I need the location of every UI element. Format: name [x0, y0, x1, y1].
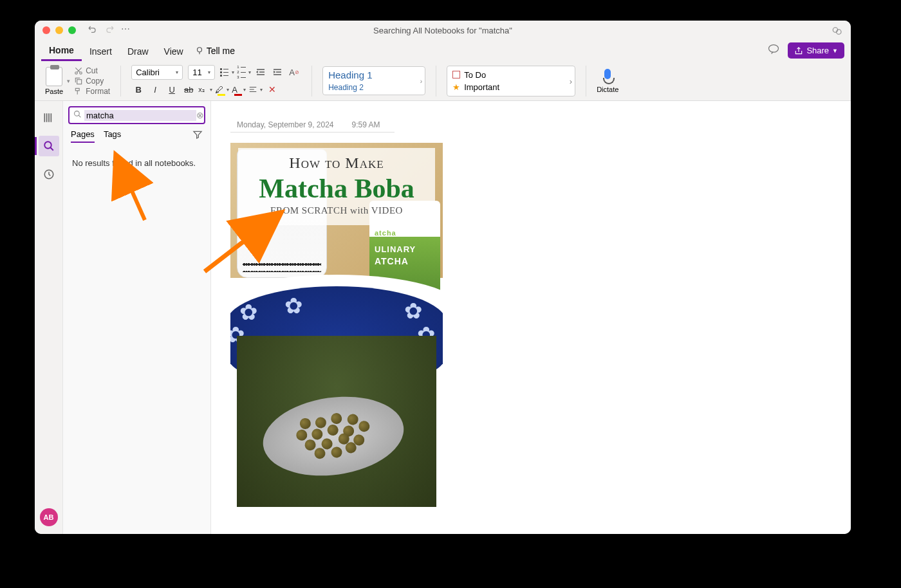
tags-expand-icon[interactable]: › [570, 75, 572, 87]
copy-button[interactable]: Copy [74, 77, 110, 86]
font-family-select[interactable]: Calibri▾ [131, 65, 183, 80]
paste-button[interactable]: Paste [41, 67, 67, 95]
filter-button[interactable] [192, 129, 203, 143]
bold-button[interactable]: B [131, 82, 145, 96]
user-avatar[interactable]: AB [40, 508, 58, 526]
maximize-button[interactable] [68, 26, 76, 34]
notebooks-button[interactable] [39, 107, 59, 128]
search-input[interactable] [84, 110, 196, 121]
svg-point-2 [197, 47, 201, 51]
no-results-message: No results found in all notebooks. [68, 143, 205, 183]
undo-button[interactable] [88, 24, 98, 37]
underline-button[interactable]: U [165, 82, 179, 96]
subscript-button[interactable]: x₂▾ [198, 82, 212, 96]
chevron-down-icon: ▼ [832, 48, 838, 54]
clipboard-icon [46, 67, 62, 86]
more-button[interactable]: ⋯ [121, 24, 130, 37]
ribbon-tabs: Home Insert Draw View Tell me Share ▼ [35, 40, 851, 61]
outdent-button[interactable] [254, 65, 268, 79]
align-button[interactable]: ▾ [248, 82, 263, 96]
svg-point-9 [75, 111, 80, 116]
dictate-button[interactable]: Dictate [597, 69, 618, 93]
page-time: 9:59 AM [352, 120, 380, 129]
minimize-button[interactable] [55, 26, 63, 34]
ribbon: Paste ▾ Cut Copy Format Calibri▾ 11▾ ▾ 1… [35, 61, 851, 101]
nav-rail: AB [35, 101, 63, 534]
search-nav-button[interactable] [39, 136, 59, 156]
font-size-select[interactable]: 11▾ [188, 65, 215, 80]
tab-insert[interactable]: Insert [82, 41, 120, 60]
tab-draw[interactable]: Draw [120, 41, 156, 60]
strikethrough-button[interactable]: ab [181, 82, 196, 96]
clear-search-button[interactable]: ⊗ [196, 110, 204, 120]
font-color-button[interactable]: A▾ [232, 82, 246, 96]
highlight-button[interactable]: 🖊▾ [215, 82, 229, 96]
delete-button[interactable]: ✕ [265, 82, 279, 96]
search-tab-tags[interactable]: Tags [104, 129, 121, 143]
star-icon: ★ [452, 82, 460, 92]
redo-button[interactable] [104, 24, 115, 37]
titlebar: ⋯ Searching All Notebooks for "matcha" [35, 21, 851, 40]
styles-gallery[interactable]: Heading 1 Heading 2 › [322, 66, 425, 95]
styles-expand-icon[interactable]: › [420, 77, 422, 84]
tell-me[interactable]: Tell me [195, 46, 235, 56]
close-button[interactable] [42, 26, 50, 34]
numbering-button[interactable]: 123▾ [237, 65, 251, 79]
tab-view[interactable]: View [156, 41, 191, 60]
indent-button[interactable] [270, 65, 284, 79]
svg-point-3 [769, 44, 779, 52]
feedback-icon[interactable] [767, 43, 780, 59]
microphone-icon [602, 69, 613, 84]
page-canvas[interactable]: Monday, September 9, 2024 9:59 AM atcha … [211, 101, 851, 534]
app-window: ⋯ Searching All Notebooks for "matcha" H… [35, 21, 851, 534]
page-meta: Monday, September 9, 2024 9:59 AM [230, 120, 395, 133]
image-text-overlay: How to Make Matcha Boba FROM SCRATCH wit… [238, 148, 435, 225]
checkbox-icon [452, 71, 460, 78]
bullets-button[interactable]: ▾ [220, 65, 234, 79]
search-icon [73, 109, 82, 121]
recent-button[interactable] [39, 164, 59, 185]
share-button[interactable]: Share ▼ [788, 42, 844, 59]
search-tab-pages[interactable]: Pages [71, 129, 95, 143]
search-box[interactable]: ⊗ [68, 106, 205, 124]
format-painter-button[interactable]: Format [74, 87, 110, 96]
embedded-image[interactable]: atcha ULINARY ATCHA [230, 143, 443, 507]
clear-formatting-button[interactable]: A⊘ [287, 65, 301, 79]
page-date: Monday, September 9, 2024 [237, 120, 334, 129]
quick-actions: ⋯ [88, 24, 130, 37]
tags-gallery[interactable]: To Do ★Important › [447, 66, 575, 96]
window-title: Searching All Notebooks for "matcha" [373, 26, 512, 35]
svg-point-7 [44, 142, 51, 149]
search-panel: ⊗ Pages Tags No results found in all not… [63, 101, 211, 534]
svg-rect-6 [77, 79, 82, 84]
cut-button[interactable]: Cut [74, 66, 110, 75]
paste-dropdown[interactable]: ▾ [67, 78, 70, 84]
tab-home[interactable]: Home [41, 40, 82, 61]
window-controls [42, 26, 76, 34]
sync-status-icon[interactable] [831, 25, 843, 39]
italic-button[interactable]: I [148, 82, 162, 96]
